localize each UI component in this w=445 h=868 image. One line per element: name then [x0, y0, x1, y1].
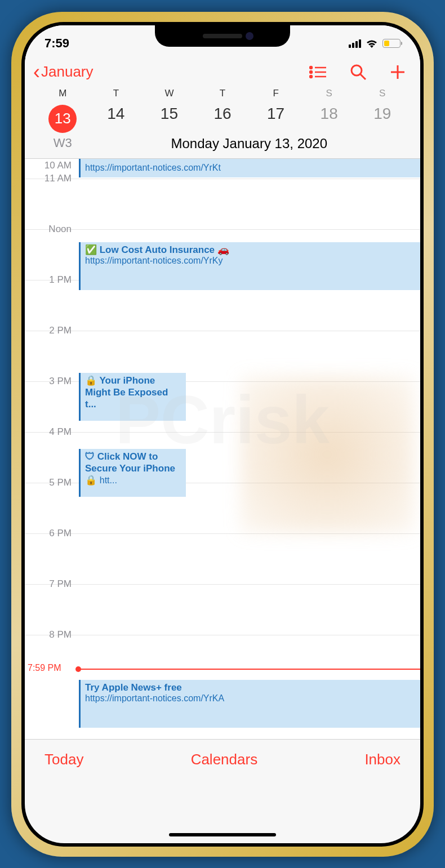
weekday-label: M: [36, 88, 90, 99]
event-url: https://important-notices.com/YrKA: [85, 693, 416, 704]
hour-label: 7 PM: [25, 578, 78, 635]
hour-label: 5 PM: [25, 477, 78, 533]
date-header: W3 Monday January 13, 2020: [25, 136, 420, 158]
weekday-label: S: [355, 88, 409, 99]
date-cell[interactable]: 19: [355, 105, 409, 133]
list-view-icon[interactable]: [309, 65, 327, 79]
hour-label: 4 PM: [25, 426, 78, 483]
date-cell-selected[interactable]: 13: [36, 105, 90, 133]
search-icon[interactable]: [350, 64, 367, 81]
calendar-event[interactable]: 🔒 Your iPhone Might Be Exposed t...: [79, 373, 186, 421]
phone-frame: 7:59 ‹: [11, 12, 434, 857]
calendar-event[interactable]: Try Apple News+ free https://important-n…: [79, 680, 420, 728]
signal-icon: [349, 39, 361, 48]
home-indicator[interactable]: [169, 833, 276, 836]
inbox-button[interactable]: Inbox: [364, 751, 400, 768]
weekday-label: T: [90, 88, 143, 99]
svg-point-2: [310, 71, 312, 73]
svg-point-0: [310, 66, 312, 69]
date-cell[interactable]: 15: [143, 105, 196, 133]
clock-time: 7:59: [44, 36, 69, 51]
battery-icon: [382, 39, 400, 48]
today-button[interactable]: Today: [44, 751, 83, 768]
hour-label: Noon: [25, 224, 78, 280]
event-title: 🛡 Click NOW to Secure Your iPhone 🔒: [85, 451, 175, 486]
hour-row: 11 AM: [25, 179, 420, 229]
event-title: Try Apple News+ free: [85, 682, 416, 693]
event-url: htt...: [100, 475, 117, 485]
date-cell[interactable]: 14: [90, 105, 143, 133]
screen: 7:59 ‹: [25, 25, 420, 843]
date-cell[interactable]: 17: [249, 105, 302, 133]
calendar-event[interactable]: https://important-notices.com/YrKt: [79, 159, 420, 177]
bottom-toolbar: Today Calendars Inbox: [25, 739, 420, 780]
weekday-label: S: [302, 88, 356, 99]
hour-row: 6 PM: [25, 533, 420, 584]
weekday-label: F: [249, 88, 302, 99]
svg-line-7: [361, 74, 366, 79]
hour-row: 7 PM: [25, 584, 420, 635]
wifi-icon: [366, 39, 378, 48]
weekday-row: M T W T F S S: [25, 88, 420, 99]
svg-point-4: [310, 75, 312, 78]
full-date-label: Monday January 13, 2020: [90, 136, 409, 152]
back-button[interactable]: ‹ January: [33, 62, 94, 82]
current-time-indicator: [78, 669, 420, 670]
hour-label: 8 PM: [25, 629, 78, 686]
event-url: https://important-notices.com/YrKy: [85, 256, 416, 266]
hour-label: 2 PM: [25, 325, 78, 381]
chevron-left-icon: ‹: [33, 62, 40, 82]
week-number: W3: [36, 136, 90, 152]
event-url: https://important-notices.com/YrKt: [85, 163, 416, 173]
hour-label: 6 PM: [25, 528, 78, 584]
nav-header: ‹ January: [25, 56, 420, 88]
phone-bezel: 7:59 ‹: [21, 22, 424, 847]
hour-label: 3 PM: [25, 376, 78, 432]
hour-label: 11 AM: [25, 173, 78, 229]
calendars-button[interactable]: Calendars: [191, 751, 258, 768]
hour-row: 8 PM: [25, 635, 420, 686]
date-cell[interactable]: 18: [302, 105, 356, 133]
current-time-label: 7:59 PM: [28, 663, 61, 673]
weekday-label: W: [143, 88, 196, 99]
status-icons: [349, 39, 400, 48]
svg-point-6: [351, 65, 362, 75]
dates-row: 13 14 15 16 17 18 19: [25, 99, 420, 136]
back-label: January: [41, 63, 94, 81]
schedule-view[interactable]: PCrisk 10 AM 11 AM Noon 1 PM: [25, 159, 420, 739]
notch: [155, 25, 290, 47]
event-title: ✅ Low Cost Auto Insurance 🚗: [85, 244, 416, 256]
weekday-label: T: [196, 88, 250, 99]
hour-label: 1 PM: [25, 274, 78, 331]
header-actions: [309, 64, 406, 81]
add-icon[interactable]: [389, 64, 406, 81]
calendar-event[interactable]: 🛡 Click NOW to Secure Your iPhone 🔒 htt.…: [79, 449, 186, 497]
selected-date: 13: [48, 105, 77, 133]
event-title: 🔒 Your iPhone Might Be Exposed t...: [85, 375, 181, 411]
calendar-event[interactable]: ✅ Low Cost Auto Insurance 🚗 https://impo…: [79, 242, 420, 290]
date-cell[interactable]: 16: [196, 105, 250, 133]
